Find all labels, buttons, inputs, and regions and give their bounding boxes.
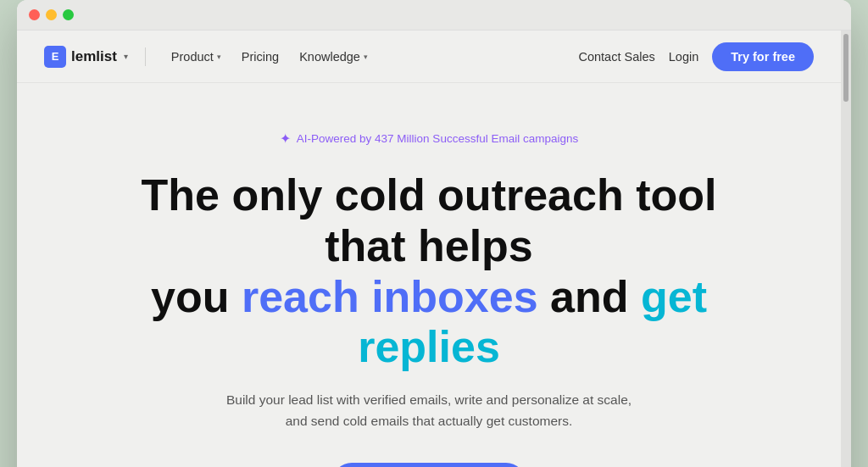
nav-links: Product ▾ Pricing Knowledge ▾ xyxy=(163,45,376,69)
login-link[interactable]: Login xyxy=(669,50,698,64)
try-free-button[interactable]: Try for free xyxy=(712,42,814,71)
contact-sales-link[interactable]: Contact Sales xyxy=(578,50,654,64)
nav-right: Contact Sales Login Try for free xyxy=(578,42,814,71)
app-window: E lemlist ▾ Product ▾ Pricing xyxy=(17,0,851,467)
logo-icon: E xyxy=(44,46,66,68)
navbar: E lemlist ▾ Product ▾ Pricing xyxy=(17,31,841,83)
window-controls xyxy=(29,9,74,20)
signup-button[interactable]: Sign up for lemlist → xyxy=(332,463,526,467)
nav-divider xyxy=(145,47,146,66)
logo[interactable]: E lemlist ▾ xyxy=(44,46,128,68)
hero-subtitle: Build your lead list with verified email… xyxy=(225,390,632,432)
nav-knowledge[interactable]: Knowledge ▾ xyxy=(291,45,376,69)
nav-left: E lemlist ▾ Product ▾ Pricing xyxy=(44,45,376,69)
logo-chevron-icon: ▾ xyxy=(124,52,128,61)
nav-product[interactable]: Product ▾ xyxy=(163,45,230,69)
ai-badge: ✦ AI-Powered by 437 Million Successful E… xyxy=(280,131,578,147)
brand-name: lemlist xyxy=(71,48,117,65)
scrollbar-track[interactable] xyxy=(841,31,851,467)
titlebar xyxy=(17,0,851,31)
minimize-button[interactable] xyxy=(46,9,57,20)
product-chevron-icon: ▾ xyxy=(217,53,221,61)
hero-section: ✦ AI-Powered by 437 Million Successful E… xyxy=(17,83,841,467)
scrollbar-thumb[interactable] xyxy=(843,34,849,102)
close-button[interactable] xyxy=(29,9,40,20)
nav-pricing[interactable]: Pricing xyxy=(233,45,287,69)
hero-title: The only cold outreach tool that helps y… xyxy=(107,170,751,373)
knowledge-chevron-icon: ▾ xyxy=(364,53,368,61)
hero-reach-inboxes: reach inboxes xyxy=(242,272,538,321)
sparkle-icon: ✦ xyxy=(280,131,291,147)
maximize-button[interactable] xyxy=(63,9,74,20)
